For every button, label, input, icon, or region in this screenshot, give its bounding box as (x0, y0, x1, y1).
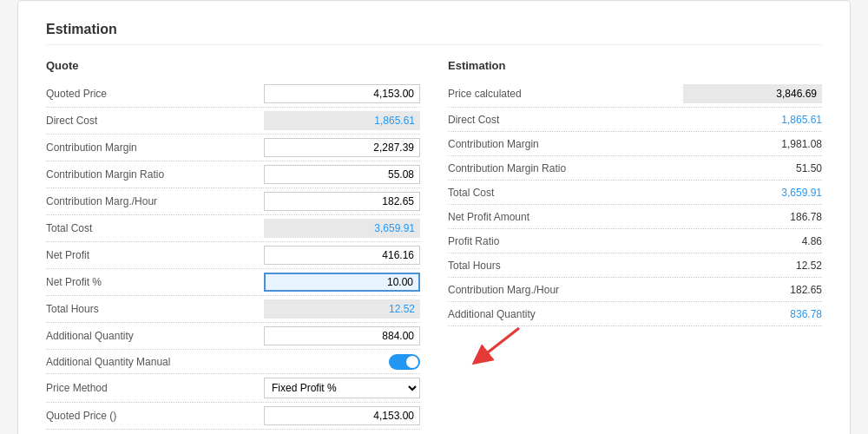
quote-row: Total Hours12.52 (46, 296, 420, 323)
quote-row-label: Net Profit (46, 249, 264, 261)
quote-row-label: Contribution Margin Ratio (46, 168, 264, 181)
quote-input[interactable] (264, 84, 420, 103)
estimation-row-label: Additional Quantity (448, 308, 683, 320)
quote-input-field[interactable] (264, 138, 420, 157)
quote-input[interactable] (264, 273, 420, 292)
quote-row: Contribution Margin Ratio (46, 161, 420, 188)
quote-gray-value: 3,659.91 (264, 219, 420, 238)
estimation-plain-value: 1,865.61 (683, 114, 822, 126)
estimation-row-label: Price calculated (448, 88, 683, 100)
estimation-gray-value: 3,846.69 (683, 84, 822, 103)
estimation-plain-value: 51.50 (683, 162, 822, 174)
quote-input[interactable] (264, 165, 420, 184)
quote-row-label: Total Cost (46, 222, 264, 234)
estimation-row: Profit Ratio4.86 (448, 229, 822, 253)
estimation-plain-value: 3,659.91 (683, 187, 822, 199)
estimation-row-label: Total Hours (448, 260, 683, 272)
quote-input-field[interactable] (264, 84, 420, 103)
quote-column: Quote Quoted PriceDirect Cost1,865.61Con… (46, 59, 420, 430)
quote-row-label: Total Hours (46, 303, 264, 315)
quote-row: Quoted Price () (46, 403, 420, 430)
quote-row: Price MethodFixed Profit % (46, 374, 420, 403)
quote-input[interactable] (264, 406, 420, 425)
quote-input[interactable] (264, 246, 420, 265)
estimation-row-label: Profit Ratio (448, 235, 683, 247)
quote-row-label: Quoted Price () (46, 410, 264, 422)
estimation-row-label: Net Profit Amount (448, 211, 683, 223)
quote-row: Net Profit (46, 242, 420, 269)
price-method-select[interactable]: Fixed Profit % (264, 378, 420, 398)
estimation-header: Estimation (448, 59, 822, 72)
quote-row-label: Contribution Marg./Hour (46, 195, 264, 207)
estimation-row: Contribution Marg./Hour182.65 (448, 278, 822, 302)
quote-row-label: Price Method (46, 382, 264, 394)
quote-row: Total Cost3,659.91 (46, 215, 420, 242)
toggle-switch[interactable] (389, 354, 420, 370)
estimation-row: Contribution Margin1,981.08 (448, 132, 822, 156)
estimation-row-label: Contribution Margin (448, 138, 683, 150)
estimation-row-label: Contribution Margin Ratio (448, 162, 683, 174)
estimation-row: Direct Cost1,865.61 (448, 108, 822, 132)
red-arrow (471, 324, 523, 367)
price-method-dropdown[interactable]: Fixed Profit % (264, 378, 420, 398)
estimation-column: Estimation Price calculated3,846.69Direc… (448, 59, 822, 430)
estimation-plain-value: 836.78 (683, 308, 822, 320)
quote-input-field[interactable] (264, 326, 420, 345)
quote-input-field[interactable] (264, 192, 420, 211)
quote-row-label: Additional Quantity (46, 330, 264, 342)
quote-input-field[interactable] (264, 165, 420, 184)
quote-input-field[interactable] (264, 273, 420, 292)
estimation-row: Total Hours12.52 (448, 253, 822, 278)
estimation-card: Estimation Quote Quoted PriceDirect Cost… (17, 0, 851, 434)
quote-row: Contribution Marg./Hour (46, 188, 420, 215)
estimation-row: Net Profit Amount186.78 (448, 205, 822, 229)
estimation-plain-value: 182.65 (683, 284, 822, 296)
card-title: Estimation (46, 22, 822, 45)
estimation-plain-value: 186.78 (683, 211, 822, 223)
quote-row-label: Contribution Margin (46, 141, 264, 154)
columns: Quote Quoted PriceDirect Cost1,865.61Con… (46, 59, 822, 430)
estimation-row: Price calculated3,846.69 (448, 81, 822, 108)
quote-row-label: Net Profit % (46, 276, 264, 288)
estimation-plain-value: 4.86 (683, 235, 822, 247)
quote-row-label: Additional Quantity Manual (46, 356, 389, 368)
quote-input-field[interactable] (264, 246, 420, 265)
quote-row-label: Quoted Price (46, 88, 264, 100)
estimation-row-label: Total Cost (448, 187, 683, 199)
quote-input[interactable] (264, 138, 420, 157)
estimation-row: Additional Quantity836.78 (448, 302, 822, 326)
quote-row: Additional Quantity (46, 323, 420, 350)
quote-row: Additional Quantity Manual (46, 350, 420, 374)
estimation-plain-value: 1,981.08 (683, 138, 822, 150)
estimation-plain-value: 12.52 (683, 260, 822, 272)
quote-input[interactable] (264, 192, 420, 211)
quote-row: Net Profit % (46, 269, 420, 296)
quote-gray-value: 1,865.61 (264, 111, 420, 130)
quote-header: Quote (46, 59, 420, 72)
quote-input[interactable] (264, 326, 420, 345)
quote-row-label: Direct Cost (46, 115, 264, 127)
estimation-row-label: Contribution Marg./Hour (448, 284, 683, 296)
estimation-row: Total Cost3,659.91 (448, 181, 822, 205)
quote-gray-value: 12.52 (264, 299, 420, 319)
quote-row: Quoted Price (46, 81, 420, 108)
quote-input-field[interactable] (264, 406, 420, 425)
estimation-row: Contribution Margin Ratio51.50 (448, 156, 822, 181)
quote-row: Direct Cost1,865.61 (46, 108, 420, 135)
quote-row: Contribution Margin (46, 135, 420, 161)
svg-line-1 (480, 328, 519, 358)
estimation-row-label: Direct Cost (448, 114, 683, 126)
